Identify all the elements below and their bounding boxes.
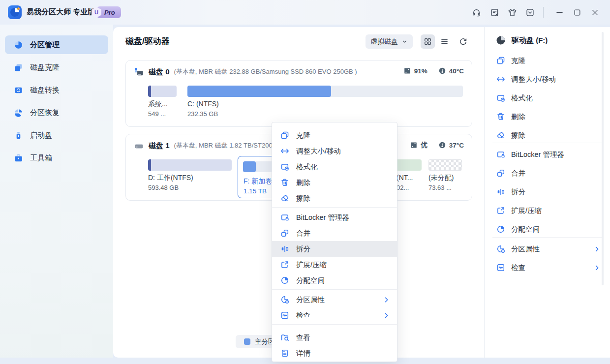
menu-dropdown-button[interactable]: [524, 6, 536, 18]
disk-0-header: 磁盘 0 (基本盘, MBR 磁盘 232.88 GB/Samsung SSD …: [134, 66, 357, 77]
context-item-allocate-space[interactable]: 分配空间: [272, 273, 397, 288]
feedback-button[interactable]: [488, 6, 500, 18]
panel-item-allocate-space[interactable]: 分配空间: [485, 220, 610, 239]
partition-bar-system[interactable]: [148, 86, 177, 97]
partition-properties-icon: [280, 295, 289, 304]
disk-1-usage: 优: [410, 141, 427, 150]
disk-0-health: 91% 40°C: [403, 67, 464, 75]
selected-volume-header: 驱动盘 (F:): [495, 35, 548, 46]
disk-1-temperature: 37°C: [438, 141, 464, 149]
details-icon: [280, 349, 289, 358]
partition-size: 593.48 GB: [148, 184, 179, 191]
panel-item-bitlocker[interactable]: BitLocker 管理器: [485, 145, 610, 164]
panel-separator: [492, 143, 603, 143]
tshirt-icon: [508, 8, 517, 17]
support-button[interactable]: [470, 6, 482, 18]
grid-view-button[interactable]: [421, 34, 435, 49]
context-item-clone[interactable]: 克隆: [272, 127, 397, 143]
context-item-delete[interactable]: 删除: [272, 175, 397, 190]
disk-filter-dropdown[interactable]: 虚拟磁盘: [366, 34, 413, 49]
context-item-erase[interactable]: 擦除: [272, 190, 397, 206]
extend-shrink-icon: [496, 206, 505, 215]
grid-view-icon: [424, 37, 432, 46]
pro-badge[interactable]: U Pro: [96, 6, 121, 18]
context-item-extend-shrink[interactable]: 扩展/压缩: [272, 257, 397, 273]
context-item-format[interactable]: 格式化: [272, 159, 397, 175]
right-action-panel: 驱动盘 (F:) 克隆 调整大小/移动 格式化 删除 擦除 BitLocker …: [484, 27, 610, 358]
partition-recovery-icon: [14, 108, 23, 118]
disk-health-icon: [410, 141, 418, 149]
panel-item-merge[interactable]: 合并: [485, 164, 610, 182]
check-icon: [280, 311, 289, 320]
partition-bar-unallocated[interactable]: [428, 159, 462, 171]
disk-0-usage: 91%: [403, 67, 427, 75]
allocate-space-icon: [496, 225, 505, 234]
page-title: 磁盘/驱动器: [125, 35, 170, 47]
thermometer-icon: [438, 67, 446, 75]
context-item-bitlocker[interactable]: BitLocker 管理器: [272, 210, 397, 225]
disk-convert-icon: [14, 86, 23, 95]
partition-label: (NT...: [396, 174, 413, 182]
sidebar-item-bootable-disk[interactable]: 启动盘: [5, 126, 108, 145]
partition-size: 232.35 GB: [187, 110, 218, 118]
partition-size: 02...: [396, 184, 409, 191]
context-item-details[interactable]: 详情: [272, 345, 397, 361]
context-item-resize-move[interactable]: 调整大小/移动: [272, 143, 397, 159]
panel-separator: [492, 237, 603, 238]
left-sidebar: 分区管理 磁盘克隆 磁盘转换 分区恢复 启动盘 工具箱: [0, 25, 113, 358]
refresh-button[interactable]: [456, 34, 470, 49]
delete-icon: [280, 178, 289, 187]
partition-context-menu: 克隆 调整大小/移动 格式化 删除 擦除 BitLocker 管理器 合并 拆分…: [272, 122, 397, 362]
chevron-down-icon: [401, 38, 408, 45]
scrollbar[interactable]: [602, 32, 604, 285]
context-item-split[interactable]: 拆分: [272, 241, 397, 257]
panel-item-erase[interactable]: 擦除: [485, 126, 610, 145]
list-view-button[interactable]: [437, 34, 452, 49]
panel-item-resize-move[interactable]: 调整大小/移动: [485, 70, 610, 89]
theme-button[interactable]: [506, 6, 518, 18]
panel-item-format[interactable]: 格式化: [485, 89, 610, 107]
sidebar-item-toolbox[interactable]: 工具箱: [5, 149, 108, 167]
context-item-view[interactable]: 查看: [272, 330, 397, 345]
sidebar-item-partition-manage[interactable]: 分区管理: [5, 35, 108, 54]
titlebar: ★ 易我分区大师 专业版 U Pro: [0, 0, 610, 25]
disk-0-card[interactable]: 磁盘 0 (基本盘, MBR 磁盘 232.88 GB/Samsung SSD …: [125, 60, 472, 127]
dropdown-box-icon: [525, 8, 535, 17]
extend-shrink-icon: [280, 260, 289, 269]
disk-stack-icon: [134, 67, 144, 77]
disk-flat-icon: [134, 141, 144, 151]
sidebar-item-partition-recovery[interactable]: 分区恢复: [5, 103, 108, 122]
panel-item-extend-shrink[interactable]: 扩展/压缩: [485, 201, 610, 220]
context-item-merge[interactable]: 合并: [272, 225, 397, 241]
context-item-partition-properties[interactable]: 分区属性: [272, 292, 397, 307]
context-item-check[interactable]: 检查: [272, 307, 397, 323]
panel-item-clone[interactable]: 克隆: [485, 51, 610, 70]
format-icon: [496, 93, 505, 102]
sidebar-item-disk-convert[interactable]: 磁盘转换: [5, 81, 108, 99]
disk-clone-icon: [14, 63, 23, 72]
merge-icon: [280, 229, 289, 238]
check-icon: [496, 263, 505, 272]
refresh-icon: [459, 37, 467, 46]
panel-item-check[interactable]: 检查: [485, 258, 610, 277]
titlebar-divider: [543, 7, 544, 18]
partition-bar-d[interactable]: [148, 159, 232, 171]
minimize-button[interactable]: [554, 7, 565, 18]
delete-icon: [496, 112, 505, 121]
panel-item-delete[interactable]: 删除: [485, 107, 610, 126]
menu-separator: [272, 207, 397, 208]
chevron-right-icon: [593, 264, 601, 272]
headset-icon: [472, 8, 481, 17]
panel-item-partition-properties[interactable]: 分区属性: [485, 240, 610, 258]
close-button[interactable]: [589, 7, 600, 18]
panel-item-split[interactable]: 拆分: [485, 182, 610, 201]
list-view-icon: [440, 37, 449, 46]
minimize-icon: [555, 8, 564, 17]
partition-bar-c[interactable]: [187, 86, 463, 97]
maximize-button[interactable]: [572, 7, 582, 18]
disk-1-health: 优 37°C: [410, 141, 464, 150]
split-icon: [496, 187, 505, 196]
partition-size: 73.63 ...: [428, 184, 452, 191]
sidebar-item-disk-clone[interactable]: 磁盘克隆: [5, 58, 108, 77]
menu-separator: [272, 324, 397, 325]
